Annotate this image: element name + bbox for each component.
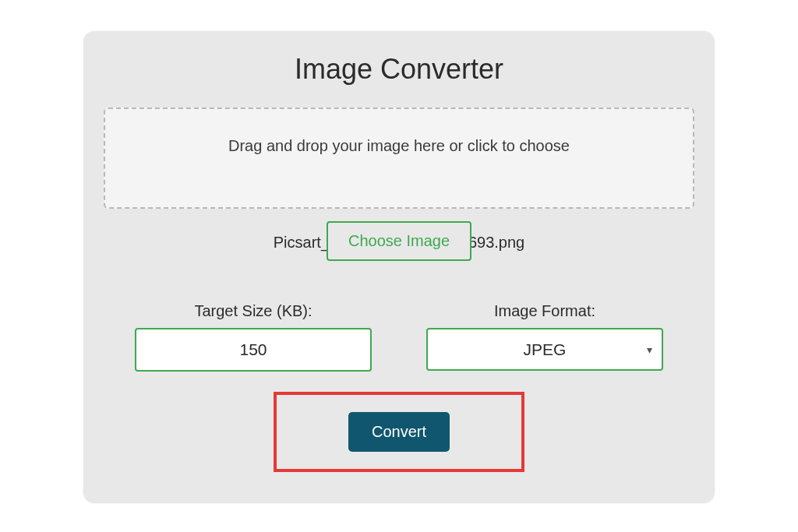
image-format-group: Image Format: JPEG ▾	[426, 302, 663, 372]
target-size-group: Target Size (KB):	[135, 302, 372, 372]
convert-row: Convert	[104, 392, 694, 472]
target-size-input[interactable]	[135, 328, 372, 372]
dropzone[interactable]: Drag and drop your image here or click t…	[104, 107, 694, 209]
choose-image-button[interactable]: Choose Image	[327, 221, 471, 261]
convert-button[interactable]: Convert	[348, 412, 450, 452]
dropzone-text: Drag and drop your image here or click t…	[228, 137, 570, 155]
image-format-select-wrap: JPEG ▾	[426, 328, 663, 371]
page-title: Image Converter	[104, 53, 694, 86]
highlight-box: Convert	[274, 392, 524, 472]
controls-row: Target Size (KB): Image Format: JPEG ▾	[104, 302, 694, 372]
target-size-label: Target Size (KB):	[135, 302, 372, 320]
choose-image-row: Picsart_24-07-15_17-18-11-693.png Choose…	[104, 221, 694, 263]
image-format-select[interactable]: JPEG	[426, 328, 663, 371]
image-format-label: Image Format:	[426, 302, 663, 320]
converter-card: Image Converter Drag and drop your image…	[83, 31, 715, 503]
